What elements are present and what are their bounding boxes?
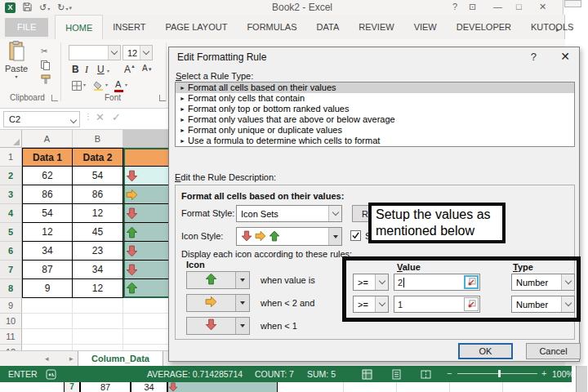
sheet-nav-next-icon[interactable]: ▸: [69, 354, 74, 363]
cell-B10[interactable]: [73, 314, 123, 329]
rule-type-item-4[interactable]: ►Format only unique or duplicate values: [176, 125, 574, 136]
tab-view[interactable]: VIEW: [404, 15, 447, 39]
tab-kutools[interactable]: KUTOOLS: [521, 15, 583, 39]
cell-B1[interactable]: Data 2: [73, 148, 123, 167]
underline-dropdown-icon[interactable]: ▾: [107, 68, 109, 74]
cell-B2[interactable]: 54: [73, 167, 123, 185]
cut-icon[interactable]: ✂: [41, 45, 54, 57]
cell-C8[interactable]: [123, 279, 174, 298]
cell-A3[interactable]: 86: [22, 185, 73, 204]
rule-type-item-3[interactable]: ►Format only values that are above or be…: [176, 114, 574, 125]
tab-formulas[interactable]: FORMULAS: [237, 15, 306, 39]
zoom-slider-thumb[interactable]: [498, 370, 501, 377]
format-painter-icon[interactable]: [41, 73, 54, 85]
row-header-9[interactable]: 9: [0, 298, 22, 314]
close-icon[interactable]: ✕: [539, 2, 546, 12]
tab-file[interactable]: FILE: [5, 18, 48, 37]
tab-home[interactable]: HOME: [55, 15, 103, 39]
operator-select-row-1[interactable]: >=: [353, 274, 389, 291]
cell-A1[interactable]: Data 1: [22, 148, 73, 167]
cell-C11[interactable]: [123, 329, 174, 345]
tab-review[interactable]: REVIEW: [349, 15, 403, 39]
cell-A2[interactable]: 62: [22, 167, 73, 185]
fill-color-icon[interactable]: [93, 79, 106, 91]
cell-C4[interactable]: [123, 204, 174, 223]
row-header-8[interactable]: 8: [0, 279, 22, 298]
cell-A7[interactable]: 87: [22, 261, 73, 279]
type-dropdown-icon[interactable]: [561, 296, 574, 312]
cell-A9[interactable]: [22, 298, 73, 314]
column-header-b[interactable]: B: [73, 130, 123, 147]
rule-type-item-0[interactable]: ►Format all cells based on their values: [176, 82, 574, 93]
cell-A8[interactable]: 9: [22, 279, 73, 298]
tab-data[interactable]: DATA: [307, 15, 350, 39]
ok-button[interactable]: OK: [458, 343, 513, 359]
undo-dropdown-icon[interactable]: ▾: [47, 7, 50, 11]
value-input-row-2[interactable]: 1: [394, 296, 480, 313]
zoom-out-icon[interactable]: −: [447, 368, 452, 378]
cell-A11[interactable]: [22, 329, 73, 345]
qat-customize-icon[interactable]: ▾: [69, 5, 72, 11]
page-layout-view-icon[interactable]: [391, 369, 402, 380]
cell-A10[interactable]: [22, 314, 73, 329]
cell-B4[interactable]: 12: [73, 204, 123, 223]
cell-C3[interactable]: [123, 185, 174, 204]
maximize-icon[interactable]: □: [516, 2, 522, 11]
icon-style-select[interactable]: [236, 227, 342, 246]
icon-dropdown-icon[interactable]: [235, 318, 249, 334]
format-style-select[interactable]: Icon Sets: [236, 205, 342, 222]
fill-color-dropdown-icon[interactable]: ▾: [105, 82, 108, 87]
icon-style-dropdown-icon[interactable]: [328, 228, 341, 245]
cell-B12[interactable]: [73, 345, 123, 350]
cancel-button[interactable]: Cancel: [526, 343, 581, 359]
dialog-help-icon[interactable]: ?: [531, 51, 537, 63]
cell-C6[interactable]: [123, 242, 174, 261]
name-box[interactable]: C2: [3, 111, 80, 127]
cell-A12[interactable]: [22, 345, 73, 350]
type-dropdown-icon[interactable]: [561, 274, 574, 290]
shrink-font-button[interactable]: A▼: [142, 64, 153, 73]
row-header-5[interactable]: 5: [0, 223, 22, 242]
font-size-select[interactable]: 12: [122, 45, 153, 60]
icon-select-row-1[interactable]: [186, 271, 250, 289]
select-all-corner[interactable]: [0, 130, 22, 147]
macro-record-icon[interactable]: [46, 369, 56, 380]
row-header-10[interactable]: 10: [0, 314, 22, 329]
zoom-slider-track[interactable]: [457, 373, 537, 374]
page-break-view-icon[interactable]: [421, 369, 431, 380]
cell-B3[interactable]: 86: [73, 185, 123, 204]
operator-dropdown-icon[interactable]: [375, 296, 388, 312]
row-header-7[interactable]: 7: [0, 261, 22, 279]
format-style-dropdown-icon[interactable]: [328, 206, 341, 221]
help-icon[interactable]: ?: [452, 2, 457, 11]
cell-B7[interactable]: 34: [73, 261, 123, 279]
icon-dropdown-icon[interactable]: [235, 295, 249, 311]
rule-type-item-2[interactable]: ►Format only top or bottom ranked values: [176, 104, 574, 114]
copy-icon[interactable]: [41, 59, 54, 71]
row-header-12[interactable]: 12: [0, 345, 22, 350]
cell-A5[interactable]: 12: [22, 223, 73, 242]
font-size-dropdown-icon[interactable]: [140, 46, 152, 60]
zoom-in-icon[interactable]: +: [541, 368, 546, 378]
cell-B8[interactable]: 12: [73, 279, 123, 298]
grow-font-button[interactable]: A▲: [124, 64, 136, 75]
cell-C9[interactable]: [123, 298, 174, 314]
paste-button[interactable]: Paste ▾: [0, 39, 33, 90]
rule-type-item-5[interactable]: ►Use a formula to determine which cells …: [176, 136, 574, 146]
cell-C7[interactable]: [123, 261, 174, 279]
cell-A6[interactable]: 34: [22, 242, 73, 261]
font-dialog-launcher-icon[interactable]: [159, 95, 166, 101]
cell-B9[interactable]: [73, 298, 123, 314]
column-header-c[interactable]: [123, 130, 174, 147]
type-select-row-1[interactable]: Number: [511, 274, 575, 291]
cell-B5[interactable]: 45: [73, 223, 123, 242]
icon-select-row-2[interactable]: [186, 294, 250, 312]
row-header-2[interactable]: 2: [0, 167, 22, 185]
row-header-3[interactable]: 3: [0, 185, 22, 204]
row-header-11[interactable]: 11: [0, 329, 22, 345]
tab-page-layout[interactable]: PAGE LAYOUT: [155, 15, 237, 39]
name-box-dropdown-icon[interactable]: [71, 114, 76, 124]
borders-dropdown-icon[interactable]: ▾: [83, 82, 86, 87]
font-name-dropdown-icon[interactable]: [108, 46, 120, 60]
confirm-entry-icon[interactable]: ✓: [112, 111, 121, 123]
